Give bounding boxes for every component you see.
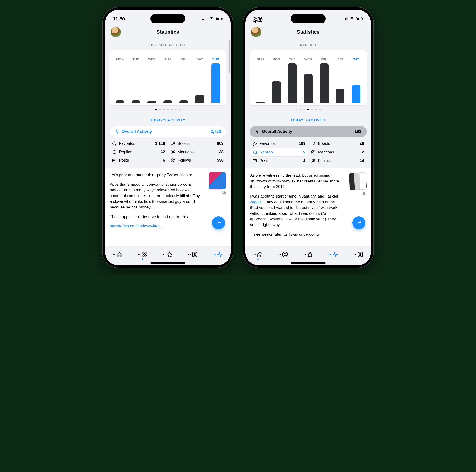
back-to-app[interactable]: ◀ Safari [253, 19, 265, 23]
today-label: TODAY'S ACTIVITY [105, 114, 231, 125]
stat-replies[interactable]: Replies62 [109, 148, 168, 156]
stat-favorites[interactable]: Favorites1,116 [109, 139, 168, 148]
chart-bar-tue[interactable]: TUE [285, 57, 299, 103]
chart-bar-fri[interactable]: FRI [333, 57, 347, 103]
boost-icon [170, 141, 175, 146]
page-dot[interactable] [163, 109, 165, 110]
svg-rect-19 [346, 17, 347, 20]
svg-rect-16 [343, 19, 343, 20]
svg-point-25 [313, 152, 314, 153]
follow-icon [170, 158, 175, 163]
overall-activity-pill[interactable]: Overall Activity 2,723 [109, 126, 226, 137]
stats-grid: Favorites1,116Boosts903Replies62Mentions… [109, 139, 226, 165]
tab-mentions[interactable]: ▴▾ [138, 252, 148, 257]
clock: 11:50 [113, 16, 125, 22]
chart-bar-wed[interactable]: WED [301, 57, 315, 103]
post-time: 6h [222, 190, 226, 196]
feed[interactable]: Let's pour one out for third-party Twitt… [105, 168, 231, 246]
post-item[interactable]: As we're witnessing the (sad, but unsurp… [250, 173, 366, 241]
activity-chart[interactable]: MONTUEWEDTHUFRISATSUN [109, 50, 226, 105]
stat-favorites[interactable]: Favorites109 [250, 139, 308, 148]
post-icon [252, 158, 257, 163]
post-thumbnail[interactable] [209, 172, 226, 189]
page-dot[interactable] [307, 109, 309, 110]
star-icon [252, 141, 257, 146]
svg-rect-1 [203, 18, 204, 20]
chart-bar-mon[interactable]: MON [269, 57, 284, 103]
chart-bar-sat[interactable]: SAT [349, 57, 363, 103]
tab-favorites[interactable]: ▴▾ [163, 252, 173, 257]
avatar[interactable] [251, 27, 261, 37]
chart-title: REPLIES [245, 39, 371, 50]
tab-home[interactable]: ▴▾ [113, 252, 122, 257]
page-dot[interactable] [319, 109, 321, 110]
stat-follows[interactable]: Follows44 [308, 157, 367, 165]
svg-rect-3 [206, 17, 206, 20]
page-header: Statistics [245, 26, 371, 39]
stat-boosts[interactable]: Boosts28 [308, 139, 367, 148]
reply-icon [253, 150, 257, 154]
svg-rect-6 [216, 18, 219, 20]
tab-profile[interactable]: ▴▾ [354, 252, 363, 257]
stat-posts[interactable]: Posts4 [250, 157, 308, 165]
stat-replies[interactable]: Replies5 [250, 148, 308, 157]
chart-bar-fri[interactable]: FRI [177, 57, 191, 103]
page-dot[interactable] [304, 109, 305, 110]
stat-boosts[interactable]: Boosts903 [168, 139, 226, 148]
svg-point-11 [171, 159, 173, 160]
post-link[interactable]: macstories.net/stories/twitter… [110, 224, 164, 228]
svg-rect-4 [207, 17, 207, 20]
home-indicator[interactable] [291, 262, 326, 264]
avatar[interactable] [111, 27, 121, 37]
home-indicator[interactable] [150, 262, 185, 264]
tab-mentions[interactable]: ▴▾ [278, 252, 288, 257]
stat-mentions[interactable]: Mentions38 [168, 148, 226, 156]
compose-button[interactable] [212, 216, 225, 229]
stat-mentions[interactable]: Mentions2 [308, 148, 367, 157]
page-dot[interactable] [155, 109, 157, 110]
page-dots[interactable] [245, 105, 371, 114]
mention-icon [311, 150, 316, 154]
tab-profile[interactable]: ▴▾ [188, 252, 198, 257]
tab-favorites[interactable]: ▴▾ [303, 252, 313, 257]
compose-button[interactable] [352, 216, 365, 229]
boost-icon [311, 141, 316, 146]
tab-statistics[interactable]: ▴▾ [328, 252, 338, 257]
activity-icon [115, 129, 119, 134]
chart-bar-mon[interactable]: MON [113, 57, 127, 103]
follow-icon [311, 158, 316, 163]
chart-bar-sat[interactable]: SAT [193, 57, 207, 103]
page-dot[interactable] [315, 109, 317, 110]
chart-bar-wed[interactable]: WED [145, 57, 159, 103]
stat-posts[interactable]: Posts6 [109, 156, 168, 165]
svg-point-27 [312, 159, 314, 161]
mention-link[interactable]: @paul [250, 200, 261, 204]
page-dot[interactable] [171, 109, 173, 110]
svg-rect-0 [202, 19, 203, 20]
battery-icon [356, 17, 363, 20]
stat-follows[interactable]: Follows598 [168, 156, 226, 165]
chart-bar-sun[interactable]: SUN [253, 57, 268, 103]
chart-bar-thu[interactable]: THU [161, 57, 175, 103]
chart-bar-thu[interactable]: THU [317, 57, 331, 103]
page-dots[interactable] [105, 105, 231, 114]
svg-rect-18 [345, 18, 346, 20]
page-dot[interactable] [159, 109, 161, 110]
post-item[interactable]: Let's pour one out for third-party Twitt… [110, 172, 226, 229]
feed[interactable]: As we're witnessing the (sad, but unsurp… [245, 168, 371, 246]
chart-bar-tue[interactable]: TUE [129, 57, 143, 103]
page-dot[interactable] [179, 109, 181, 110]
tab-statistics[interactable]: ▴▾ [213, 252, 223, 257]
mention-icon [170, 150, 175, 154]
page-dot[interactable] [167, 109, 169, 110]
page-dot[interactable] [296, 109, 297, 110]
page-dot[interactable] [175, 109, 177, 110]
page-dot[interactable] [300, 109, 301, 110]
overall-activity-pill[interactable]: Overall Activity 192 [250, 126, 367, 137]
svg-rect-23 [362, 18, 363, 19]
chart-bar-sun[interactable]: SUN [208, 57, 223, 103]
tab-home[interactable]: ▴▾ [253, 252, 263, 257]
post-thumbnail[interactable] [349, 172, 367, 190]
page-dot[interactable] [311, 109, 313, 110]
activity-chart[interactable]: SUNMONTUEWEDTHUFRISAT [250, 50, 367, 105]
